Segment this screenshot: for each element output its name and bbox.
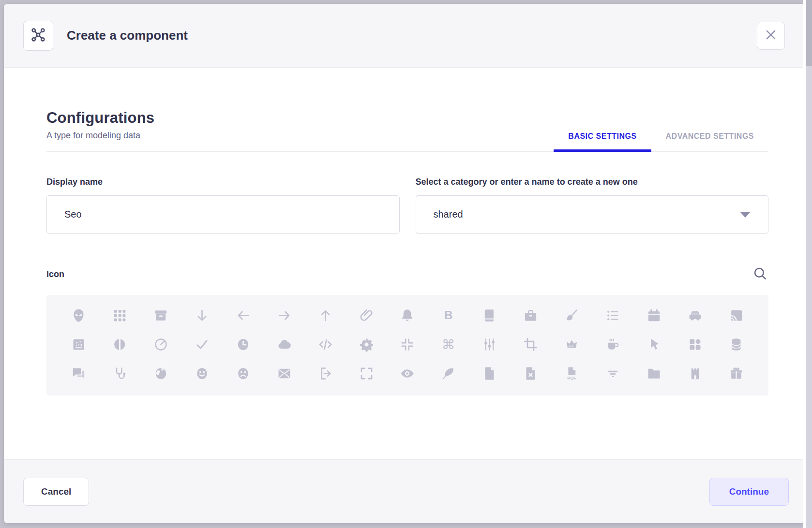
svg-text:⌘: ⌘ <box>442 337 455 352</box>
file-error-icon[interactable] <box>523 366 539 381</box>
clock-icon[interactable] <box>235 337 251 352</box>
search-icon <box>752 265 768 283</box>
close-button[interactable] <box>757 22 785 50</box>
tab-basic-settings[interactable]: Basic settings <box>554 124 651 152</box>
briefcase-icon[interactable] <box>523 308 539 323</box>
doctor-icon[interactable] <box>112 366 127 381</box>
chevron-down-icon <box>740 212 751 218</box>
arrow-left-icon[interactable] <box>235 308 251 323</box>
check-icon[interactable] <box>194 337 210 352</box>
attachment-icon[interactable] <box>359 308 374 323</box>
bold-icon[interactable]: B <box>441 308 456 323</box>
cloud-icon[interactable] <box>276 337 292 352</box>
code-icon[interactable] <box>317 337 333 352</box>
eye-icon[interactable] <box>400 366 415 381</box>
command-icon[interactable]: ⌘ <box>441 337 456 352</box>
icon-picker-section: Icon B⌘PDF <box>46 265 768 396</box>
arrow-down-icon[interactable] <box>194 308 210 323</box>
display-name-label: Display name <box>46 177 400 187</box>
config-header: Configurations A type for modeling data … <box>46 109 768 152</box>
feather-icon[interactable] <box>441 366 456 381</box>
continue-button[interactable]: Continue <box>709 478 789 506</box>
cast-icon[interactable] <box>729 308 744 323</box>
display-name-field-group: Display name <box>46 177 400 234</box>
gift-icon[interactable] <box>729 366 744 381</box>
modal-footer: Cancel Continue <box>4 459 804 523</box>
apps-icon[interactable] <box>112 308 127 323</box>
envelop-icon[interactable] <box>276 366 292 381</box>
cancel-button[interactable]: Cancel <box>23 478 89 506</box>
modal-header: Create a component <box>4 4 804 68</box>
earth-icon[interactable] <box>153 366 168 381</box>
modal-body: Configurations A type for modeling data … <box>4 68 804 459</box>
crop-icon[interactable] <box>523 337 539 352</box>
book-icon[interactable] <box>482 308 497 323</box>
component-icon <box>30 26 47 45</box>
scrollbar-thumb[interactable] <box>806 0 812 66</box>
arrow-up-icon[interactable] <box>317 308 333 323</box>
collapse-icon[interactable] <box>400 337 415 352</box>
archive-icon[interactable] <box>153 308 168 323</box>
cursor-icon[interactable] <box>647 337 662 352</box>
folder-icon[interactable] <box>647 366 662 381</box>
chart-circle-icon[interactable] <box>112 337 127 352</box>
gate-icon[interactable] <box>688 366 703 381</box>
modal-title: Create a component <box>67 28 188 43</box>
filter-icon[interactable] <box>605 366 621 381</box>
car-icon[interactable] <box>688 308 703 323</box>
crown-icon[interactable] <box>564 337 580 352</box>
file-icon[interactable] <box>482 366 497 381</box>
category-selected-value: shared <box>434 209 463 220</box>
bullet-list-icon[interactable] <box>605 308 621 323</box>
tab-advanced-settings[interactable]: Advanced settings <box>651 124 768 152</box>
calendar-icon[interactable] <box>647 308 662 323</box>
brush-icon[interactable] <box>564 308 580 323</box>
component-icon-box <box>23 21 53 51</box>
page-subtitle: A type for modeling data <box>46 131 154 141</box>
database-icon[interactable] <box>729 337 744 352</box>
category-select[interactable]: shared <box>416 195 769 234</box>
create-component-modal: Create a component Configurations A type… <box>4 4 804 523</box>
page-scrollbar[interactable] <box>806 0 812 528</box>
exit-icon[interactable] <box>317 366 333 381</box>
category-field-group: Select a category or enter a name to cre… <box>416 177 769 234</box>
emotion-happy-icon[interactable] <box>194 366 210 381</box>
bell-icon[interactable] <box>400 308 415 323</box>
file-pdf-icon[interactable]: PDF <box>564 366 580 381</box>
close-icon <box>764 28 778 43</box>
expand-icon[interactable] <box>359 366 374 381</box>
emotion-unhappy-icon[interactable] <box>235 366 251 381</box>
alien-icon[interactable] <box>71 308 86 323</box>
fields-row: Display name Select a category or enter … <box>46 177 768 234</box>
svg-text:B: B <box>444 308 453 322</box>
display-name-input[interactable] <box>46 195 400 234</box>
icon-grid: B⌘PDF <box>46 295 768 396</box>
arrow-right-icon[interactable] <box>276 308 292 323</box>
chart-bubble-icon[interactable] <box>71 337 86 352</box>
settings-tabs: Basic settings Advanced settings <box>554 124 768 151</box>
page-title: Configurations <box>46 109 154 127</box>
chart-pie-icon[interactable] <box>153 337 168 352</box>
icon-search-button[interactable] <box>752 265 768 283</box>
sliders-icon[interactable] <box>482 337 497 352</box>
cup-icon[interactable] <box>605 337 621 352</box>
cog-icon[interactable] <box>359 337 374 352</box>
icon-picker-label: Icon <box>46 269 64 279</box>
dashboard-icon[interactable] <box>688 337 703 352</box>
svg-text:PDF: PDF <box>567 376 576 381</box>
category-label: Select a category or enter a name to cre… <box>416 177 769 187</box>
discuss-icon[interactable] <box>71 366 86 381</box>
